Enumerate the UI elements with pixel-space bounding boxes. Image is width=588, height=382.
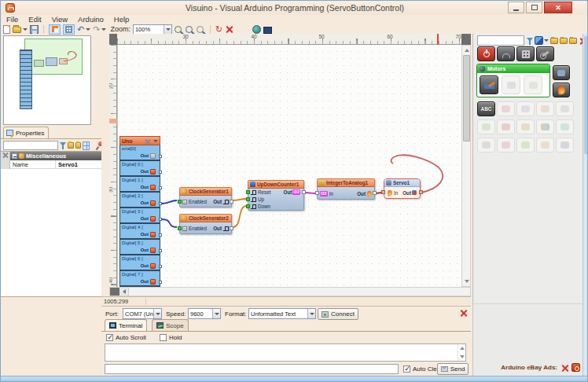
folder-icon[interactable]	[569, 38, 577, 44]
pin-connector[interactable]	[159, 171, 162, 174]
terminal-output[interactable]	[105, 343, 466, 362]
web-link-button[interactable]	[252, 24, 261, 34]
hold-option[interactable]: Hold	[160, 334, 182, 341]
property-value[interactable]: Servo1	[56, 161, 78, 168]
scroll-up-icon[interactable]	[460, 347, 465, 350]
collapse-icon[interactable]	[12, 153, 17, 159]
grid-toggle-button[interactable]	[63, 24, 75, 35]
undo-button[interactable]: ↶	[77, 24, 90, 34]
pin-connector[interactable]	[159, 155, 162, 158]
scroll-left-button[interactable]	[119, 288, 129, 296]
speed-dropdown-button[interactable]	[212, 309, 220, 318]
send-message-input[interactable]	[105, 364, 399, 374]
output-pin-connector[interactable]	[230, 226, 233, 230]
palette-scrollbar[interactable]	[582, 34, 588, 376]
menu-help[interactable]: Help	[114, 15, 130, 24]
board-pin-section[interactable]: Digital[ 5 ] Out	[119, 240, 160, 255]
speed-select[interactable]: 9600	[188, 308, 221, 319]
output-pin-connector[interactable]	[230, 200, 233, 204]
motors-category-panel[interactable]: Motors	[476, 64, 550, 97]
chevron-down-icon[interactable]	[153, 140, 158, 142]
minimap[interactable]	[3, 35, 91, 125]
category-signal-tile[interactable]	[497, 46, 515, 61]
input-pin-connector[interactable]	[246, 190, 250, 194]
filter-funnel-icon[interactable]	[527, 38, 533, 42]
category-text-tile[interactable]: ABC	[477, 101, 495, 116]
input-pin-connector[interactable]	[178, 226, 182, 230]
pin-connector[interactable]	[159, 281, 162, 284]
canvas-horizontal-scrollbar[interactable]	[109, 287, 471, 296]
auto-scroll-option[interactable]: Auto Scroll	[106, 334, 146, 341]
panel-splitter[interactable]	[101, 34, 109, 296]
output-pin-connector[interactable]	[373, 191, 377, 195]
pin-connector[interactable]	[159, 249, 162, 252]
ad-app-icon[interactable]	[571, 363, 580, 372]
connect-button[interactable]: Connect	[318, 308, 358, 320]
folder-icon[interactable]	[560, 38, 568, 44]
pin-connector[interactable]	[159, 218, 162, 221]
open-project-button[interactable]	[13, 24, 28, 34]
board-pin-section[interactable]: erial[0] Out	[119, 145, 160, 161]
property-row-name[interactable]: Name Servo1	[10, 160, 101, 169]
input-pin-connector[interactable]	[178, 200, 182, 204]
properties-filter-input[interactable]	[3, 141, 58, 150]
board-pin-section[interactable]: Digital[ 3 ] Out	[119, 208, 160, 224]
scrollbar-thumb[interactable]	[584, 36, 588, 154]
terminal-scrollbar[interactable]	[458, 344, 465, 361]
tab-terminal[interactable]: Terminal	[105, 319, 147, 331]
tab-scope[interactable]: Scope	[152, 319, 189, 331]
menu-edit[interactable]: Edit	[28, 15, 41, 24]
canvas-vertical-scrollbar[interactable]	[461, 45, 471, 287]
zoom-select[interactable]: 100%	[133, 24, 172, 35]
component-clockgenerator2[interactable]: ClockGenerator2 nEnabled Out	[179, 214, 232, 234]
format-select[interactable]: Unformatted Text	[248, 308, 316, 319]
zoom-in-button[interactable]	[175, 24, 183, 34]
zoom-dropdown-button[interactable]	[164, 25, 171, 34]
pin-connector[interactable]	[159, 202, 162, 205]
wire-digital2-clockgen1[interactable]	[162, 200, 177, 204]
wire-digital3-clockgen2[interactable]	[162, 219, 177, 227]
hold-checkbox[interactable]	[160, 334, 167, 341]
build-upload-button[interactable]: ↻	[215, 24, 222, 34]
input-pin-connector[interactable]	[246, 197, 250, 201]
board-pin-section[interactable]: Digital[ 7 ] Out	[119, 271, 160, 287]
menu-arduino[interactable]: Arduino	[78, 15, 104, 24]
new-project-button[interactable]	[3, 24, 10, 34]
menu-file[interactable]: File	[6, 15, 18, 24]
board-pin-section[interactable]: Digital[ 4 ] Out	[119, 224, 160, 240]
category-power-tile[interactable]	[477, 46, 495, 61]
redo-button[interactable]: ↷	[93, 24, 106, 34]
zoom-reset-button[interactable]	[197, 24, 205, 34]
menu-view[interactable]: View	[52, 15, 68, 24]
category-pump-tile[interactable]	[553, 65, 570, 80]
minimize-button[interactable]	[508, 2, 524, 13]
send-button[interactable]: Send	[437, 363, 469, 375]
maximize-button[interactable]	[526, 2, 542, 13]
board-pin-section[interactable]: Digital[ 2 ] Out	[119, 193, 160, 208]
format-dropdown-button[interactable]	[307, 309, 315, 318]
palette-search-input[interactable]	[477, 35, 524, 46]
input-pin-connector[interactable]	[381, 190, 385, 194]
save-project-button[interactable]	[30, 24, 39, 34]
output-pin-connector[interactable]	[419, 190, 423, 194]
category-heat-tile[interactable]	[553, 83, 570, 97]
scrollbar-thumb[interactable]	[463, 55, 470, 141]
folder-icon[interactable]	[550, 38, 558, 44]
output-pin-connector[interactable]	[302, 190, 306, 194]
scroll-up-icon[interactable]	[465, 49, 469, 52]
snap-toggle-button[interactable]	[49, 24, 61, 35]
board-pin-section[interactable]: Digital[ 1 ] Out	[119, 177, 160, 193]
tools-icon[interactable]	[144, 138, 151, 145]
category-tools-tile[interactable]	[536, 46, 554, 61]
component-updowncounter1[interactable]: UpDownCounter1 Reset Up Down Out I32	[248, 180, 304, 211]
pin-connector[interactable]	[159, 233, 162, 237]
scroll-down-icon[interactable]	[460, 355, 465, 358]
motors-header[interactable]: Motors	[477, 64, 549, 73]
palette-view-button[interactable]	[535, 36, 549, 45]
input-pin-connector[interactable]	[246, 204, 250, 208]
port-dropdown-button[interactable]	[153, 309, 161, 318]
auto-scroll-checkbox[interactable]	[106, 334, 113, 341]
component-integertoanalog1[interactable]: IntegerToAnalog1 I32In Out	[317, 178, 375, 200]
category-view-icon[interactable]	[83, 141, 89, 150]
port-select[interactable]: COM7 (Unava	[123, 308, 162, 319]
